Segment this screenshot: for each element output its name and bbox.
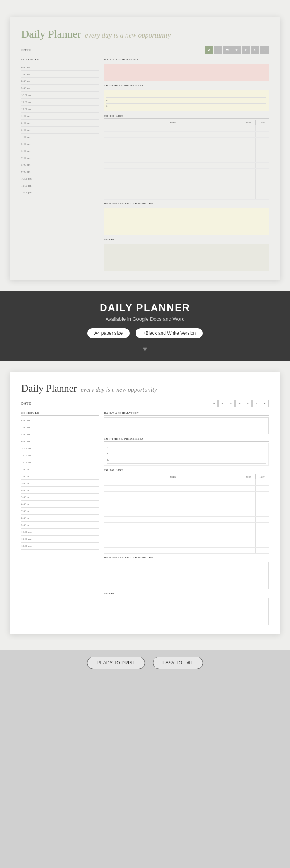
time-700am: 7:00 am xyxy=(21,71,99,78)
day-bT1[interactable]: T xyxy=(218,400,226,407)
todo-later-header-b: later xyxy=(255,474,269,479)
todo-row-12[interactable]: • xyxy=(104,193,269,200)
day-S1[interactable]: S xyxy=(251,46,259,54)
todo-row-3[interactable]: • xyxy=(104,138,269,144)
b-todo-row-1[interactable]: • xyxy=(104,479,269,486)
notes-box-b[interactable] xyxy=(104,598,269,625)
time-400pm: 4:00 pm xyxy=(21,134,99,140)
todo-row-1[interactable]: • xyxy=(104,125,269,132)
b-priority-2[interactable]: 2. xyxy=(107,451,266,457)
todo-row-11[interactable]: • xyxy=(104,187,269,193)
ready-to-print-button[interactable]: READY TO PRINT xyxy=(87,657,145,669)
b-todo-row-4[interactable]: • xyxy=(104,498,269,504)
day-F[interactable]: F xyxy=(242,46,250,54)
header: Daily Planner every day is a new opportu… xyxy=(21,28,269,40)
day-T1[interactable]: T xyxy=(214,46,222,54)
bottom-planner-area: Daily Planner every day is a new opportu… xyxy=(0,361,290,650)
priority-1[interactable]: 1. xyxy=(106,91,266,98)
todo-row-10[interactable]: • xyxy=(104,181,269,187)
planner-title: Daily Planner xyxy=(21,28,81,40)
b-todo-row-3[interactable]: • xyxy=(104,492,269,498)
time-1200am: 12:00 am xyxy=(21,106,99,113)
todo-row-8[interactable]: • xyxy=(104,169,269,175)
day-S2[interactable]: S xyxy=(260,46,269,54)
b-todo-row-6[interactable]: • xyxy=(104,510,269,517)
day-T2[interactable]: T xyxy=(232,46,241,54)
banner-badges: A4 paper size +Black and White Version xyxy=(8,328,282,338)
reminders-box-b[interactable] xyxy=(104,562,269,589)
notes-box[interactable] xyxy=(104,244,269,271)
day-W[interactable]: W xyxy=(223,46,232,54)
planner-subtitle-b: every day is a new opportunity xyxy=(81,386,157,393)
todo-header: tasks soon later xyxy=(104,120,269,125)
b-time-900pm: 9:00 pm xyxy=(21,522,99,529)
priorities-box-b: 1. 2. 3. xyxy=(104,443,269,466)
right-column-b: DAILY AFFIRMATION TOP THREE PRIORITIES 1… xyxy=(104,411,269,625)
priorities-label: TOP THREE PRIORITIES xyxy=(104,84,269,88)
todo-row-7[interactable]: • xyxy=(104,163,269,169)
b-time-600pm: 6:00 pm xyxy=(21,501,99,508)
b-time-700pm: 7:00 pm xyxy=(21,508,99,515)
todo-row-9[interactable]: • xyxy=(104,175,269,181)
b-time-600am: 6:00 am xyxy=(21,417,99,424)
b-todo-row-8[interactable]: • xyxy=(104,523,269,529)
time-900pm: 9:00 pm xyxy=(21,168,99,175)
todo-soon-header-b: soon xyxy=(242,474,255,479)
date-label: DATE xyxy=(21,48,31,52)
day-bM[interactable]: M xyxy=(210,400,218,407)
b-time-700am: 7:00 am xyxy=(21,424,99,431)
b-priority-1[interactable]: 1. xyxy=(107,445,266,451)
b-todo-row-12[interactable]: • xyxy=(104,548,269,554)
banner-subtitle: Available in Google Docs and Word xyxy=(8,316,282,322)
b-time-200pm: 2:00 pm xyxy=(21,473,99,480)
b-time-800pm: 8:00 pm xyxy=(21,515,99,522)
todo-row-5[interactable]: • xyxy=(104,150,269,156)
day-bS1[interactable]: S xyxy=(252,400,260,407)
todo-table: tasks soon later • • • • • • • • • • • • xyxy=(104,120,269,200)
time-900am: 9:00 am xyxy=(21,85,99,92)
b-todo-row-10[interactable]: • xyxy=(104,535,269,541)
day-bF[interactable]: F xyxy=(244,400,252,407)
day-bT2[interactable]: T xyxy=(235,400,243,407)
affirmation-box[interactable] xyxy=(104,64,269,81)
b-todo-row-5[interactable]: • xyxy=(104,504,269,510)
b-time-100pm: 1:00 pm xyxy=(21,466,99,473)
time-1100pm: 11:00 pm xyxy=(21,182,99,189)
date-row: DATE M T W T F S S xyxy=(21,46,269,54)
day-bS2[interactable]: S xyxy=(261,400,269,407)
todo-later-header: later xyxy=(255,120,269,125)
b-time-900am: 9:00 am xyxy=(21,438,99,445)
day-M[interactable]: M xyxy=(205,46,213,54)
time-800pm: 8:00 pm xyxy=(21,161,99,168)
schedule-label-b: SCHEDULE xyxy=(21,411,99,416)
b-time-1200am: 12:00 am xyxy=(21,459,99,466)
b-todo-row-2[interactable]: • xyxy=(104,486,269,492)
day-bW[interactable]: W xyxy=(227,400,235,407)
time-1200pm: 12:00 pm xyxy=(21,189,99,196)
affirmation-box-b[interactable] xyxy=(104,417,269,434)
days-row: M T W T F S S xyxy=(205,46,269,54)
todo-table-b: tasks soon later • • • • • • • • • • • • xyxy=(104,474,269,554)
right-column: DAILY AFFIRMATION TOP THREE PRIORITIES 1… xyxy=(104,58,269,271)
schedule-label: SCHEDULE xyxy=(21,58,99,62)
b-time-1200pm: 12:00 pm xyxy=(21,543,99,550)
priority-3[interactable]: 3. xyxy=(106,104,266,110)
schedule-column-b: SCHEDULE 6:00 am 7:00 am 8:00 am 9:00 am… xyxy=(21,411,99,625)
todo-row-6[interactable]: • xyxy=(104,156,269,163)
b-time-1000am: 10:00 am xyxy=(21,445,99,452)
todo-row-4[interactable]: • xyxy=(104,144,269,150)
priority-2[interactable]: 2. xyxy=(106,98,266,104)
date-label-b: DATE xyxy=(21,402,31,406)
easy-to-edit-button[interactable]: EASY TO EdIT xyxy=(153,657,203,669)
time-100pm: 1:00 pm xyxy=(21,113,99,120)
b-todo-row-7[interactable]: • xyxy=(104,517,269,523)
todo-label-b: TO DO LIST xyxy=(104,469,269,473)
b-time-300pm: 3:00 pm xyxy=(21,480,99,487)
todo-row-2[interactable]: • xyxy=(104,132,269,138)
b-todo-row-11[interactable]: • xyxy=(104,541,269,548)
b-todo-row-9[interactable]: • xyxy=(104,529,269,535)
reminders-box[interactable] xyxy=(104,208,269,235)
reminders-label-b: REMINDERS FOR TOMORROW xyxy=(104,556,269,560)
time-600pm: 6:00 pm xyxy=(21,147,99,154)
b-priority-3[interactable]: 3. xyxy=(107,457,266,464)
